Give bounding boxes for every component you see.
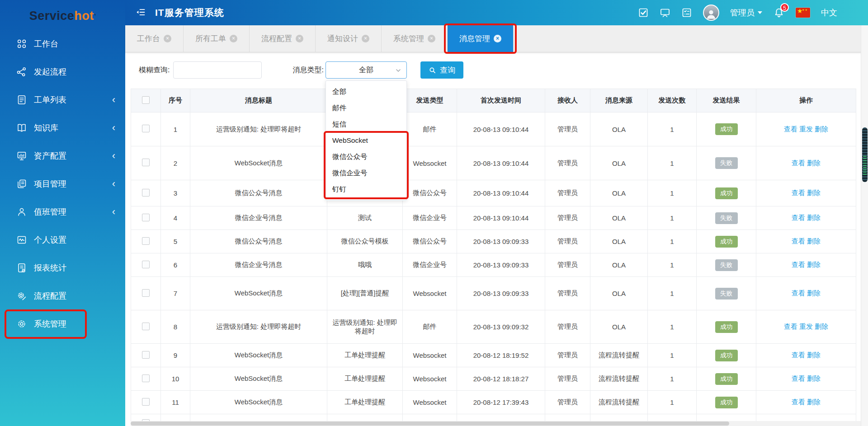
chevron-left-icon[interactable]: ‹ <box>112 151 115 161</box>
vertical-scrollbar-thumb[interactable] <box>862 127 868 182</box>
dropdown-option-wechat-enterprise[interactable]: 微信企业号 <box>326 165 406 181</box>
view-link[interactable]: 查看 <box>792 351 805 359</box>
row-checkbox[interactable] <box>142 323 150 330</box>
search-button[interactable]: 查询 <box>420 61 463 79</box>
send-result-cell: 成功 <box>697 310 756 344</box>
view-link[interactable]: 查看 <box>792 237 805 245</box>
task-list-icon[interactable] <box>681 7 692 18</box>
view-link[interactable]: 查看 <box>792 375 805 382</box>
delete-link[interactable]: 删除 <box>807 214 821 221</box>
row-checkbox[interactable] <box>142 398 150 406</box>
sidebar-item-workbench[interactable]: 工作台 <box>0 30 125 58</box>
receiver: 管理员 <box>545 180 590 206</box>
tab-close-icon[interactable]: × <box>428 35 435 42</box>
row-checkbox[interactable] <box>142 289 150 297</box>
dropdown-option-dingtalk[interactable]: 钉钉 <box>326 181 406 197</box>
chevron-left-icon[interactable]: ‹ <box>112 179 115 189</box>
delete-link[interactable]: 删除 <box>807 261 821 268</box>
delete-link[interactable]: 删除 <box>807 375 821 382</box>
row-checkbox[interactable] <box>142 214 150 221</box>
vertical-scrollbar[interactable] <box>861 25 868 426</box>
message-content: [处理][普通]提醒 <box>327 277 403 310</box>
view-link[interactable]: 查看 <box>792 398 805 406</box>
row-number: 7 <box>161 277 190 310</box>
delete-link[interactable]: 删除 <box>807 289 821 297</box>
tab-close-icon[interactable]: × <box>164 35 171 42</box>
sidebar-item-knowledge[interactable]: 知识库‹ <box>0 114 125 142</box>
display-icon[interactable] <box>660 7 670 18</box>
chevron-left-icon[interactable]: ‹ <box>112 207 115 217</box>
select-all-checkbox[interactable] <box>142 96 150 104</box>
dropdown-option-wechat-official[interactable]: 微信公众号 <box>326 149 406 165</box>
tab-close-icon[interactable]: × <box>362 35 369 42</box>
view-link[interactable]: 查看 <box>792 214 805 221</box>
view-link[interactable]: 查看 <box>784 323 797 330</box>
approve-check-icon[interactable] <box>638 7 649 18</box>
view-link[interactable]: 查看 <box>792 189 805 197</box>
row-number: 1 <box>161 112 190 146</box>
dropdown-option-all[interactable]: 全部 <box>326 84 406 100</box>
table-header-row: 序号消息标题发送类型首次发送时间接收人消息来源发送次数发送结果操作 <box>131 89 856 112</box>
tab-close-icon[interactable]: × <box>296 35 303 42</box>
china-flag-icon[interactable]: ★ ★★ <box>796 8 810 18</box>
status-badge: 失败 <box>715 259 738 271</box>
tab-system-mgmt[interactable]: 系统管理× <box>382 25 448 52</box>
dropdown-option-websocket[interactable]: WebSocket <box>326 132 406 149</box>
chevron-left-icon[interactable]: ‹ <box>112 95 115 105</box>
chevron-left-icon[interactable]: ‹ <box>112 123 115 133</box>
tab-notify-design[interactable]: 通知设计× <box>316 25 382 52</box>
tab-close-icon[interactable]: × <box>230 35 237 42</box>
tab-all-tickets[interactable]: 所有工单× <box>184 25 250 52</box>
row-checkbox[interactable] <box>142 189 150 197</box>
sidebar-item-worklist[interactable]: 工单列表‹ <box>0 86 125 114</box>
tab-close-icon[interactable]: × <box>494 35 501 42</box>
send-result-cell: 成功 <box>697 180 756 206</box>
delete-link[interactable]: 删除 <box>807 189 821 197</box>
delete-link[interactable]: 删除 <box>807 351 821 359</box>
row-checkbox[interactable] <box>142 237 150 245</box>
user-menu[interactable]: 管理员 <box>730 7 762 18</box>
tab-message-mgmt[interactable]: 消息管理× <box>448 25 514 52</box>
view-link[interactable]: 查看 <box>792 159 805 167</box>
tab-label: 流程配置 <box>261 33 292 44</box>
message-type-select[interactable]: 全部 <box>326 61 407 79</box>
view-link[interactable]: 查看 <box>784 125 797 133</box>
row-checkbox[interactable] <box>142 351 150 359</box>
delete-link[interactable]: 删除 <box>807 159 821 167</box>
status-badge: 成功 <box>715 123 738 135</box>
notification-bell[interactable]: 5 <box>773 7 785 19</box>
avatar[interactable] <box>703 5 719 21</box>
view-link[interactable]: 查看 <box>792 261 805 268</box>
dropdown-option-sms[interactable]: 短信 <box>326 116 406 132</box>
view-link[interactable]: 查看 <box>792 289 805 297</box>
sidebar-item-project-mgmt[interactable]: 项目管理‹ <box>0 170 125 198</box>
sidebar-item-process-config[interactable]: 流程配置 <box>0 282 125 310</box>
delete-link[interactable]: 删除 <box>807 237 821 245</box>
row-checkbox[interactable] <box>142 261 150 268</box>
row-checkbox[interactable] <box>142 159 150 166</box>
sidebar-item-personal-settings[interactable]: 个人设置 <box>0 226 125 254</box>
language-toggle[interactable]: 中文 <box>821 7 837 18</box>
delete-link[interactable]: 删除 <box>815 125 828 133</box>
send-type: 邮件 <box>403 112 457 146</box>
sidebar-item-start-flow[interactable]: 发起流程 <box>0 58 125 86</box>
sidebar-item-system-mgmt[interactable]: 系统管理 <box>0 310 125 338</box>
brand-logo: Servicehot' <box>0 0 125 29</box>
row-checkbox[interactable] <box>142 125 150 132</box>
row-checkbox[interactable] <box>142 375 150 382</box>
menu-collapse-icon[interactable] <box>135 7 147 19</box>
dropdown-option-email[interactable]: 邮件 <box>326 100 406 116</box>
fuzzy-query-input[interactable] <box>173 61 262 79</box>
sidebar-item-duty-mgmt[interactable]: 值班管理‹ <box>0 198 125 226</box>
horizontal-scrollbar[interactable] <box>131 421 861 426</box>
tab-workbench[interactable]: 工作台× <box>125 25 184 52</box>
tab-process-config[interactable]: 流程配置× <box>250 25 316 52</box>
message-content: 微信公众号模板 <box>327 230 403 253</box>
sidebar-item-report-stats[interactable]: 报表统计 <box>0 254 125 282</box>
delete-link[interactable]: 删除 <box>815 323 828 330</box>
resend-link[interactable]: 重发 <box>799 125 813 133</box>
sidebar-item-asset-config[interactable]: 资产配置‹ <box>0 142 125 170</box>
delete-link[interactable]: 删除 <box>807 398 821 406</box>
resend-link[interactable]: 重发 <box>799 323 813 330</box>
horizontal-scrollbar-thumb[interactable] <box>131 421 729 426</box>
